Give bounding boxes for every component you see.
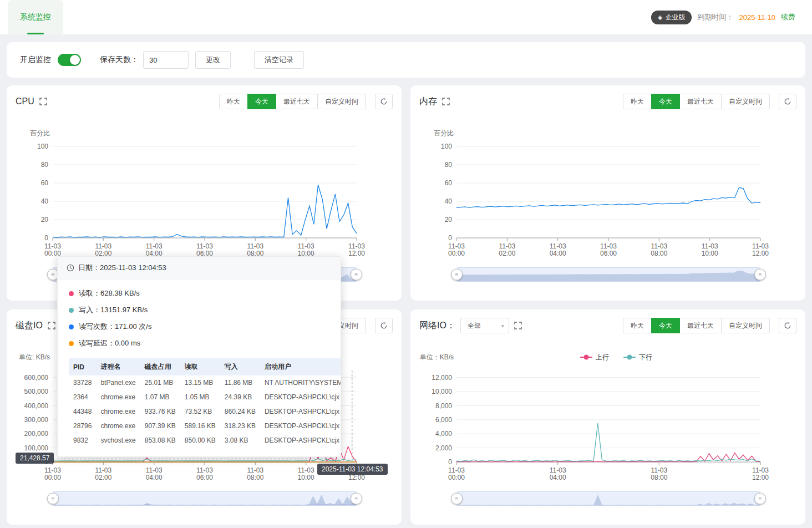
svg-text:上行: 上行 <box>596 353 609 361</box>
svg-text:500,000: 500,000 <box>24 388 49 395</box>
table-cell: svchost.exe <box>96 433 140 448</box>
network-last7days-button[interactable]: 最近七天 <box>679 318 722 333</box>
tooltip-table-head: PID进程名磁盘占用读取写入启动用户 <box>69 358 341 375</box>
disk-refresh-button[interactable] <box>375 318 393 333</box>
network-datazoom-left-handle[interactable]: ≡ <box>451 493 463 505</box>
svg-text:40: 40 <box>41 197 49 205</box>
cpu-panel-title: CPU <box>16 97 47 106</box>
expand-icon[interactable] <box>48 322 55 329</box>
memory-refresh-button[interactable] <box>779 94 796 109</box>
network-interface-select[interactable]: 全部 ▾ <box>460 318 509 333</box>
tab-system-monitor[interactable]: 系统监控 <box>8 0 63 34</box>
tooltip-item: 读写延迟：0.00 ms <box>69 335 329 352</box>
cpu-refresh-button[interactable] <box>375 94 393 109</box>
network-refresh-button[interactable] <box>779 318 796 333</box>
tooltip-date: 日期：2025-11-03 12:04:53 <box>78 263 166 273</box>
svg-text:8,000: 8,000 <box>435 402 452 410</box>
svg-text:11-0312:00: 11-0312:00 <box>752 466 769 481</box>
svg-text:11-0302:00: 11-0302:00 <box>95 466 111 481</box>
cpu-chart: 百分比02040608010011-0300:0011-0302:0011-03… <box>16 124 393 257</box>
memory-custom-time-button[interactable]: 自定义时间 <box>721 94 770 109</box>
expand-icon[interactable] <box>39 98 47 105</box>
cpu-yesterday-button[interactable]: 昨天 <box>219 94 248 109</box>
memory-last7days-button[interactable]: 最近七天 <box>679 94 722 109</box>
disk-io-title-text: 磁盘IO <box>16 320 43 332</box>
y-axis-pointer-badge: 21,428.57 <box>16 453 54 464</box>
svg-text:11-0312:00: 11-0312:00 <box>348 242 365 257</box>
svg-text:11-0308:00: 11-0308:00 <box>247 466 263 481</box>
memory-today-button[interactable]: 今天 <box>651 94 680 109</box>
clear-records-button[interactable]: 清空记录 <box>254 51 304 69</box>
monitor-toggle[interactable] <box>58 54 81 66</box>
disk-io-tooltip: 日期：2025-11-03 12:04:53 读取：628.38 KB/s写入：… <box>57 256 341 457</box>
network-io-panel: 网络IO： 全部 ▾ 昨天 今天 最近七天 自定义时间 <box>410 309 805 525</box>
network-yesterday-button[interactable]: 昨天 <box>623 318 652 333</box>
svg-text:11-0300:00: 11-0300:00 <box>44 242 61 257</box>
tooltip-item: 写入：13151.97 KB/s <box>69 302 329 318</box>
table-row: 9832svchost.exe853.08 KB850.00 KB3.08 KB… <box>69 433 341 448</box>
network-io-chart: 单位：KB/s上行下行02,0004,0006,0008,00010,00012… <box>419 348 796 481</box>
disk-datazoom[interactable]: ≡ ≡ <box>53 491 357 506</box>
svg-text:40: 40 <box>445 197 453 205</box>
table-cell: 25.01 MB <box>140 375 180 390</box>
network-custom-time-button[interactable]: 自定义时间 <box>721 318 770 333</box>
cpu-last7days-button[interactable]: 最近七天 <box>276 94 318 109</box>
network-interface-value: 全部 <box>468 321 481 331</box>
cpu-custom-time-button[interactable]: 自定义时间 <box>317 94 366 109</box>
disk-datazoom-left-handle[interactable]: ≡ <box>47 493 59 505</box>
cpu-title-text: CPU <box>16 97 34 106</box>
table-cell: 1.07 MB <box>140 390 180 404</box>
x-axis-pointer-badge: 2025-11-03 12:04:53 <box>317 464 388 475</box>
memory-datazoom[interactable]: ≡ ≡ <box>456 267 760 282</box>
tooltip-item: 读取：628.38 KB/s <box>69 285 329 302</box>
svg-text:80: 80 <box>445 161 453 169</box>
expand-icon[interactable] <box>514 322 522 329</box>
svg-text:0: 0 <box>448 234 452 242</box>
memory-yesterday-button[interactable]: 昨天 <box>623 94 652 109</box>
edition-badge: ◈ 企业版 <box>651 11 692 24</box>
table-row: 33728btPanel.exe25.01 MB13.15 MB11.86 MB… <box>69 375 341 390</box>
svg-text:百分比: 百分比 <box>30 129 50 137</box>
table-row: 44348chrome.exe933.76 KB73.52 KB860.24 K… <box>69 404 341 419</box>
svg-text:单位：KB/s: 单位：KB/s <box>420 353 454 361</box>
edition-label: 企业版 <box>665 13 685 22</box>
cpu-today-button[interactable]: 今天 <box>247 94 276 109</box>
svg-text:11-0310:00: 11-0310:00 <box>702 242 718 257</box>
svg-text:百分比: 百分比 <box>434 129 454 137</box>
svg-text:11-0306:00: 11-0306:00 <box>196 242 213 257</box>
renew-link[interactable]: 续费 <box>781 12 795 22</box>
memory-datazoom-right-handle[interactable]: ≡ <box>754 269 766 281</box>
disk-datazoom-silhouette <box>53 493 357 506</box>
svg-text:60: 60 <box>41 179 49 187</box>
table-cell: chrome.exe <box>96 419 140 433</box>
cpu-datazoom-right-handle[interactable]: ≡ <box>351 269 362 281</box>
table-cell: 318.23 KB <box>220 419 260 433</box>
table-cell: 24.39 KB <box>220 390 260 404</box>
network-io-title-text: 网络IO： <box>419 320 455 332</box>
network-datazoom[interactable]: ≡ ≡ <box>456 491 760 506</box>
svg-text:单位: KB/s: 单位: KB/s <box>19 353 50 361</box>
table-cell: chrome.exe <box>96 404 140 419</box>
memory-datazoom-left-handle[interactable]: ≡ <box>451 269 463 281</box>
svg-text:4,000: 4,000 <box>435 430 452 438</box>
save-days-input[interactable] <box>143 51 189 69</box>
table-header-cell: PID <box>69 358 96 375</box>
table-header-cell: 磁盘占用 <box>140 358 180 375</box>
tooltip-process-table: PID进程名磁盘占用读取写入启动用户 33728btPanel.exe25.01… <box>69 358 341 448</box>
change-button[interactable]: 更改 <box>195 51 231 69</box>
top-bar: 系统监控 ◈ 企业版 到期时间： 2025-11-10 续费 <box>0 0 812 34</box>
memory-chart: 百分比02040608010011-0300:0011-0302:0011-03… <box>419 124 796 257</box>
network-datazoom-right-handle[interactable]: ≡ <box>754 493 766 505</box>
table-cell: 860.24 KB <box>220 404 260 419</box>
svg-text:11-0306:00: 11-0306:00 <box>196 466 213 481</box>
save-days-label: 保存天数： <box>100 55 139 65</box>
network-today-button[interactable]: 今天 <box>651 318 680 333</box>
expand-icon[interactable] <box>442 98 450 105</box>
svg-text:11-0306:00: 11-0306:00 <box>600 242 617 257</box>
table-cell: DESKTOP-ASHPCKL\cjx <box>260 433 341 448</box>
diamond-icon: ◈ <box>658 14 662 21</box>
svg-text:100: 100 <box>441 143 452 150</box>
memory-datazoom-silhouette <box>457 268 761 282</box>
disk-datazoom-right-handle[interactable]: ≡ <box>351 493 362 505</box>
network-datazoom-silhouette <box>457 493 761 506</box>
